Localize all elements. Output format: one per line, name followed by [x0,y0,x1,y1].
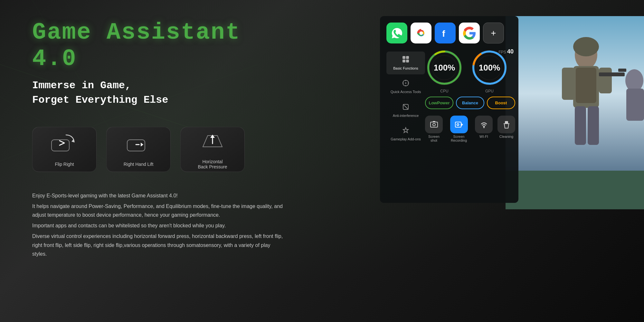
desc-line-3: Important apps and contacts can be white… [32,221,283,230]
svg-text:f: f [442,29,445,39]
flip-right-label: Flip Right [55,162,74,167]
gesture-card-horizontal-back-pressure: HorizontalBack Pressure [180,127,245,172]
wifi-label: WI-FI [479,135,488,138]
left-content: Game Assistant 4.0 Immerse in Game, Forg… [32,19,283,260]
balance-button[interactable]: Balance [456,97,484,109]
svg-rect-57 [588,106,599,145]
gpu-center-text: 100% [479,63,500,73]
app-icon-facebook[interactable]: f [435,23,456,43]
cpu-center-text: 100% [434,63,455,73]
gameplay-addons-icon [402,127,409,136]
boost-button[interactable]: Boost [487,97,515,109]
tool-wifi[interactable]: WI-FI [475,116,493,142]
screenshot-label: Screenshot [428,135,440,142]
svg-point-16 [419,31,423,35]
svg-point-23 [405,82,406,84]
svg-rect-49 [506,171,644,209]
quick-access-label: Quick Access Tools [391,90,421,94]
page-title: Game Assistant 4.0 [32,19,283,72]
svg-rect-56 [575,106,586,145]
anti-interference-icon [402,103,409,112]
wifi-icon [475,116,493,133]
sidebar-nav: Basic Functions Quick Access Tools [386,52,425,147]
svg-point-44 [457,124,459,125]
app-icon-whatsapp[interactable] [386,23,407,43]
svg-rect-18 [402,56,405,59]
svg-rect-53 [562,68,575,100]
app-icon-add[interactable]: + [483,23,504,43]
desc-line-1: Enjoy E-Sports-level gaming with the lat… [32,191,283,200]
horizontal-back-pressure-icon [193,129,232,155]
dark-panel: f + [380,16,518,203]
svg-point-60 [625,69,643,92]
sidebar-item-gameplay-addons[interactable]: Gameplay Add-ons [386,123,425,145]
svg-point-39 [433,123,435,126]
svg-point-51 [573,37,599,56]
gpu-percent: 100% [479,63,500,72]
svg-rect-61 [626,89,644,121]
svg-rect-11 [127,140,145,151]
cleaning-label: Cleaning [499,135,513,138]
basic-functions-icon [402,55,410,65]
cleaning-icon [497,116,515,133]
character-svg [506,16,644,209]
svg-rect-40 [433,121,435,122]
svg-rect-59 [618,69,626,72]
svg-rect-55 [576,68,596,103]
svg-line-29 [403,104,408,109]
app-icons-row: f + [386,23,504,43]
cpu-label: CPU [425,89,464,93]
subtitle-line2: Forget Everything Else [32,93,283,108]
tool-screenshot[interactable]: Screenshot [425,116,443,142]
bottom-tools: Screenshot Screen Recording [425,116,515,142]
gesture-card-right-hand-lift: Right Hand Lift [106,127,171,172]
mode-buttons: LowPower Balance Boost [425,97,515,109]
desc-line-2: It helps navigate around Power-Saving, P… [32,202,283,219]
svg-rect-19 [406,56,409,59]
subtitle: Immerse in Game, Forget Everything Else [32,79,283,108]
svg-marker-12 [141,143,143,147]
game-character-panel [506,16,644,209]
gpu-gauge: 100% GPU [470,48,509,87]
anti-interference-label: Anti-interference [393,113,419,118]
svg-rect-20 [402,60,405,62]
lowpower-button[interactable]: LowPower [425,97,453,109]
gauges-row: 100% CPU [425,48,515,87]
right-panel: f + [380,16,644,209]
app-icon-google[interactable] [459,23,480,43]
tool-screen-recording[interactable]: Screen Recording [448,116,470,142]
gpu-label: GPU [470,89,509,93]
screen-recording-icon [450,116,468,133]
screen-recording-label: Screen Recording [448,135,470,142]
desc-line-4: Diverse virtual control experiences incl… [32,232,283,258]
svg-rect-58 [599,72,625,76]
svg-rect-21 [406,60,409,62]
screenshot-icon [425,116,443,133]
svg-marker-42 [461,123,463,126]
quick-access-icon [402,80,409,88]
app-icon-chrome[interactable] [411,23,431,43]
panel-container: f + [380,16,644,209]
flip-right-icon [45,132,84,157]
description-text: Enjoy E-Sports-level gaming with the lat… [32,191,283,258]
gameplay-addons-label: Gameplay Add-ons [391,137,421,141]
sidebar-item-quick-access[interactable]: Quick Access Tools [386,76,425,98]
svg-rect-46 [505,121,508,124]
cpu-percent: 100% [434,63,455,72]
svg-point-45 [483,127,485,128]
svg-rect-38 [431,122,438,127]
basic-functions-label: Basic Functions [393,66,418,71]
sidebar-item-anti-interference[interactable]: Anti-interference [386,99,425,122]
subtitle-line1: Immerse in Game, [32,79,283,93]
horizontal-back-pressure-label: HorizontalBack Pressure [198,159,227,169]
gesture-cards-container: Flip Right Right Hand Lift [32,127,283,172]
right-hand-lift-label: Right Hand Lift [124,162,154,167]
cpu-gauge: 100% CPU [425,48,464,87]
tool-cleaning[interactable]: Cleaning [497,116,515,142]
sidebar-item-basic-functions[interactable]: Basic Functions [386,52,425,74]
right-hand-lift-icon [119,132,158,157]
gesture-card-flip-right: Flip Right [32,127,97,172]
svg-rect-54 [599,68,612,93]
main-content-area: 100% CPU [425,48,515,142]
svg-marker-13 [210,135,215,138]
